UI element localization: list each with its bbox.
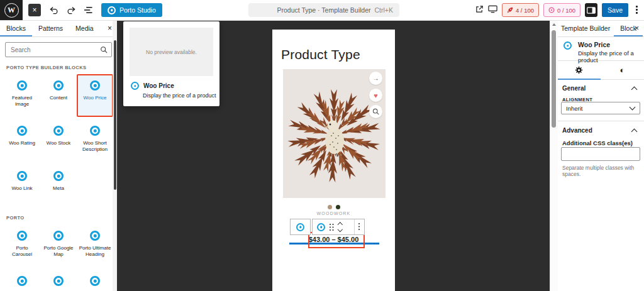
block-item-featured-image[interactable]: Featured Image xyxy=(4,74,40,117)
porto-block-icon xyxy=(17,80,27,91)
block-options-button[interactable] xyxy=(358,223,360,231)
block-type-button[interactable] xyxy=(317,223,325,231)
seo-score-value: 0 / 100 xyxy=(557,7,575,14)
settings-sidebar-toggle[interactable] xyxy=(585,3,597,17)
list-view-icon xyxy=(84,6,92,14)
monitor-icon xyxy=(488,5,497,13)
block-item-meta[interactable]: Meta xyxy=(40,165,77,207)
block-item-woo-price[interactable]: Woo Price xyxy=(77,74,113,117)
performance-score-badge[interactable]: 4 / 100 xyxy=(502,3,539,17)
porto-block-icon xyxy=(53,171,64,181)
swatch-tan[interactable] xyxy=(328,205,332,209)
block-item-woo-stock[interactable]: Woo Stock xyxy=(40,119,77,162)
scrollbar-thumb[interactable] xyxy=(114,40,116,190)
porto-studio-label: Porto Studio xyxy=(119,6,156,14)
block-item-content[interactable]: Content xyxy=(40,74,77,117)
undo-icon xyxy=(49,6,58,14)
page-title[interactable]: Product Type xyxy=(281,47,360,62)
preview-device-button[interactable] xyxy=(488,4,497,16)
block-item-porto-ultimate-heading[interactable]: Porto Ultimate Heading xyxy=(77,224,113,267)
block-item-porto-google-map[interactable]: Porto Google Map xyxy=(40,224,77,267)
block-item-woo-rating[interactable]: Woo Rating xyxy=(4,119,40,162)
product-image-block[interactable]: → ♥ xyxy=(283,69,386,198)
block-mover[interactable] xyxy=(338,223,342,231)
block-preview-popup: No preview available. Woo Price Display … xyxy=(123,21,219,106)
view-post-button[interactable] xyxy=(475,4,484,16)
tab-patterns[interactable]: Patterns xyxy=(32,20,69,36)
rocket-icon xyxy=(507,7,513,13)
css-classes-input[interactable] xyxy=(561,147,640,161)
porto-block-icon xyxy=(53,231,64,241)
seo-score-badge[interactable]: 0 / 100 xyxy=(543,3,580,17)
search-icon xyxy=(100,46,108,53)
block-item-woo-short-description[interactable]: Woo Short Description xyxy=(77,119,113,162)
chevron-up-icon xyxy=(631,129,638,135)
section-title: PORTO xyxy=(6,215,111,221)
next-image-button: → xyxy=(369,72,382,85)
advanced-section-header[interactable]: Advanced xyxy=(557,123,644,138)
tab-template-builder[interactable]: Template Builder xyxy=(557,20,614,36)
section-title: PORTO TYPE BUILDER BLOCKS xyxy=(6,65,111,70)
chevron-up-icon xyxy=(631,87,638,93)
sidebar-scrollbar[interactable] xyxy=(550,20,558,291)
scroll-up-arrow[interactable] xyxy=(552,23,556,26)
tab-media[interactable]: Media xyxy=(69,20,100,36)
porto-block-icon xyxy=(17,171,27,181)
block-item-porto-stat-counter[interactable]: Porto Stat Counter xyxy=(40,270,77,291)
block-inserter-panel: Blocks Patterns Media × PORTO TYPE BUILD… xyxy=(0,20,117,291)
no-preview-box: No preview available. xyxy=(130,28,213,76)
drag-handle[interactable] xyxy=(330,223,334,231)
move-down-icon[interactable] xyxy=(338,227,343,232)
porto-block-icon xyxy=(131,82,139,90)
external-link-icon xyxy=(475,5,484,13)
redo-button[interactable] xyxy=(67,6,76,14)
swatch-green[interactable] xyxy=(336,205,340,209)
save-button[interactable]: Save xyxy=(602,3,628,17)
heart-icon: ♥ xyxy=(374,92,378,99)
alignment-select[interactable]: Inherit xyxy=(561,102,640,114)
styles-icon: ◐ xyxy=(620,66,625,74)
block-grid: Featured Image Content Woo Price Woo Rat… xyxy=(0,72,117,207)
search-input[interactable] xyxy=(9,46,100,54)
editor-window: W × Porto Studio Product Type · Template… xyxy=(0,0,644,291)
toolbar-divider xyxy=(354,219,355,234)
command-palette[interactable]: Product Type · Template Builder Ctrl+K xyxy=(248,3,399,17)
product-photo xyxy=(283,69,386,198)
template-page: Product Type xyxy=(272,30,395,291)
css-classes-label: Additional CSS class(es) xyxy=(562,140,633,146)
popup-block-description: Display the price of a product xyxy=(143,92,216,99)
color-swatches xyxy=(272,205,395,209)
block-search xyxy=(5,42,112,57)
porto-block-icon xyxy=(90,231,100,241)
block-item-porto-icons[interactable]: Porto Icons xyxy=(77,270,113,291)
scrollbar-thumb[interactable] xyxy=(552,30,556,128)
general-section-header[interactable]: General xyxy=(557,80,644,96)
parent-block-selector[interactable] xyxy=(290,219,311,235)
block-item-porto-info-box[interactable]: Porto Info Box xyxy=(4,270,40,291)
gauge-icon xyxy=(548,7,555,13)
selected-block-name: Woo Price xyxy=(578,41,610,48)
list-view-button[interactable] xyxy=(84,6,92,14)
porto-block-icon xyxy=(17,276,27,286)
tab-settings[interactable] xyxy=(557,60,601,79)
porto-studio-button[interactable]: Porto Studio xyxy=(101,3,162,17)
undo-button[interactable] xyxy=(49,6,58,14)
close-editor-button[interactable]: × xyxy=(28,4,41,16)
porto-block-icon xyxy=(17,231,27,241)
close-settings-button[interactable]: × xyxy=(635,24,639,33)
magnifier-icon xyxy=(372,108,379,115)
porto-block-icon xyxy=(90,276,100,286)
options-menu-button[interactable] xyxy=(635,6,638,14)
porto-block-icon xyxy=(17,126,27,136)
block-item-woo-link[interactable]: Woo Link xyxy=(4,165,40,207)
close-inserter-button[interactable]: × xyxy=(108,24,112,33)
settings-sidebar: Template Builder Block × Woo Price Displ… xyxy=(557,20,644,291)
inserter-scrollbar[interactable] xyxy=(113,20,117,291)
porto-block-icon xyxy=(53,276,64,286)
block-item-porto-carousel[interactable]: Porto Carousel xyxy=(4,224,40,267)
close-icon: × xyxy=(108,24,112,33)
tab-styles[interactable]: ◐ xyxy=(601,60,644,79)
tab-blocks[interactable]: Blocks xyxy=(0,20,32,36)
wordpress-logo[interactable]: W xyxy=(0,0,23,20)
selected-block-card: Woo Price Display the price of a product xyxy=(557,36,644,61)
